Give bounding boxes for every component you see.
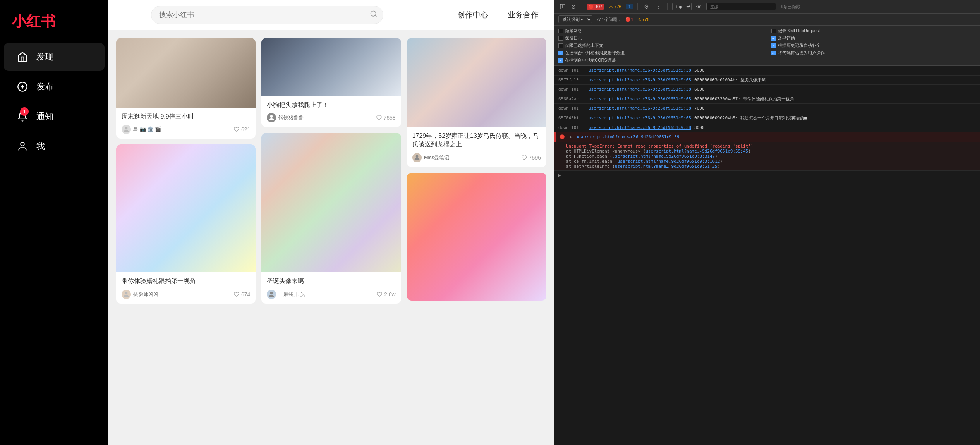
log-link[interactable]: userscript.html?name…c36-9d26df9651c9:38 bbox=[589, 124, 691, 131]
hide-network-checkbox[interactable] bbox=[558, 29, 563, 33]
record-xml-checkbox[interactable] bbox=[771, 29, 776, 33]
card-title: 带你体验婚礼跟拍第一视角 bbox=[122, 277, 250, 285]
card-title: 周末逛新天地 9.9停三小时 bbox=[122, 112, 250, 121]
card-author: 一麻袋开心。 bbox=[267, 290, 309, 299]
svg-point-6 bbox=[125, 292, 128, 294]
list-item[interactable]: 带你体验婚礼跟拍第一视角 摄影师凶凶 674 bbox=[116, 144, 256, 303]
card-likes: 674 bbox=[234, 291, 250, 297]
sidebar-item-me[interactable]: 我 bbox=[4, 132, 105, 160]
user-ops-label: 将代码评估视为用户操作 bbox=[778, 50, 825, 56]
me-label: 我 bbox=[36, 141, 45, 152]
avatar bbox=[412, 153, 422, 162]
business-collab-button[interactable]: 业务合作 bbox=[504, 8, 542, 22]
list-item[interactable]: 1729年，52岁雍正让13岁马氏侍寝。当晚，马氏被送到龙榻之上… Miss曼笔… bbox=[407, 38, 546, 167]
option-preserve-log: 保留日志 bbox=[558, 35, 764, 41]
card-footer: 钢铁猪鲁鲁 7658 bbox=[267, 113, 395, 122]
card-footer: 一麻袋开心。 2.6w bbox=[267, 290, 395, 299]
auto-complete-checkbox[interactable] bbox=[771, 43, 776, 48]
error-badge: 🔴 107 bbox=[587, 4, 604, 10]
list-item[interactable]: 小狗把头放我腿上了！ 钢铁猪鲁鲁 7658 bbox=[261, 38, 401, 127]
list-item[interactable]: 圣诞头像来噶 一麻袋开心。 2.6w bbox=[261, 133, 401, 303]
user-ops-checkbox[interactable] bbox=[771, 51, 776, 55]
option-early-eval: 及早评估 bbox=[771, 35, 977, 41]
filter-input[interactable] bbox=[706, 3, 776, 10]
header-actions: 创作中心 业务合作 bbox=[453, 8, 542, 22]
card-body: 小狗把头放我腿上了！ 钢铁猪鲁鲁 7658 bbox=[261, 96, 401, 127]
hidden-count: 9条已隐藏 bbox=[781, 4, 800, 10]
search-button[interactable] bbox=[370, 10, 378, 20]
like-count: 7596 bbox=[529, 155, 541, 161]
avatar bbox=[267, 290, 276, 299]
log-id: down!101 bbox=[558, 86, 585, 93]
preserve-log-checkbox[interactable] bbox=[558, 36, 563, 41]
expand-icon[interactable]: ▶ bbox=[570, 134, 572, 141]
log-link[interactable]: userscript.html?name…c36-9d26df9651c9:38 bbox=[589, 105, 691, 112]
log-link[interactable]: userscript.html?name…c36-9d26df9651c9:38 bbox=[589, 67, 691, 74]
log-text: 8000 bbox=[694, 124, 705, 131]
log-id: down!101 bbox=[558, 67, 585, 74]
gear-icon[interactable]: ⚙ bbox=[642, 2, 651, 11]
svg-point-4 bbox=[371, 11, 376, 16]
svg-point-3 bbox=[21, 143, 24, 146]
separator bbox=[637, 3, 638, 10]
log-link[interactable]: userscript.html?name…c36-9d26df9651c9:38 bbox=[589, 86, 691, 93]
card-likes: 2.6w bbox=[377, 291, 396, 297]
log-link[interactable]: userscript.html?name…c36-9d26df9651c9:65 bbox=[589, 115, 691, 122]
auto-complete-label: 根据历史记录自动补全 bbox=[778, 43, 820, 48]
stack-link-4[interactable]: userscript.html?name…-9d26df9651c9:51:25 bbox=[615, 164, 717, 169]
cors-error-checkbox[interactable] bbox=[558, 58, 563, 63]
log-entry: 6560a2ae userscript.html?name…c36-9d26df… bbox=[554, 94, 980, 104]
sidebar-navigation: 发现 发布 1 通知 bbox=[0, 43, 108, 160]
level-select[interactable]: 默认级别 ▾ bbox=[558, 15, 592, 23]
top-select[interactable]: top bbox=[672, 3, 692, 10]
sidebar-item-publish[interactable]: 发布 bbox=[4, 73, 105, 101]
card-likes: 7658 bbox=[376, 115, 396, 121]
group-similar-label: 在控制台中对相似消息进行分组 bbox=[565, 50, 625, 56]
like-count: 621 bbox=[241, 126, 250, 132]
card-image bbox=[407, 173, 546, 301]
devtools-circle-icon[interactable]: ⊘ bbox=[569, 2, 578, 11]
expand-icon[interactable]: ▶ bbox=[558, 172, 561, 179]
blue-badge: 1 bbox=[626, 4, 633, 9]
preserve-log-label: 保留日志 bbox=[565, 35, 582, 41]
sidebar-item-discover[interactable]: 发现 bbox=[4, 43, 105, 71]
notification-badge: 1 bbox=[20, 107, 29, 116]
more-icon[interactable]: ⋮ bbox=[654, 2, 662, 11]
selected-context-checkbox[interactable] bbox=[558, 43, 563, 48]
log-id: 657045bf bbox=[558, 115, 585, 122]
discover-label: 发现 bbox=[36, 51, 53, 63]
option-user-ops: 将代码评估视为用户操作 bbox=[771, 50, 977, 56]
stack-link-1[interactable]: userscript.html?name…-9d26df9651c9:59:45 bbox=[645, 149, 748, 154]
option-auto-complete: 根据历史记录自动补全 bbox=[771, 43, 977, 48]
log-link[interactable]: userscript.html?name…c36-9d26df9651c9:65 bbox=[589, 77, 691, 84]
stack-link-3[interactable]: userscript.html?name…9d26df9651c9:3:1612 bbox=[617, 159, 720, 164]
card-author: 摄影师凶凶 bbox=[122, 290, 158, 299]
log-id: down!101 bbox=[558, 124, 585, 131]
log-text: 00000000033004a57: 带你体验婚礼跟拍第一视角 bbox=[694, 96, 794, 103]
log-link[interactable]: userscript.html?name…c36-9d26df9651c9:65 bbox=[589, 96, 691, 103]
stack-link-2[interactable]: userscript.html?name…9d26df9651c9:3:3147 bbox=[612, 154, 715, 159]
log-entry: 657045bf userscript.html?name…c36-9d26df… bbox=[554, 113, 980, 123]
logo-text: 小红书 bbox=[12, 13, 56, 29]
card-body: 带你体验婚礼跟拍第一视角 摄影师凶凶 674 bbox=[116, 272, 256, 303]
author-name: 一麻袋开心。 bbox=[278, 291, 309, 298]
error-count: 107 bbox=[595, 4, 602, 9]
card-footer: 摄影师凶凶 674 bbox=[122, 290, 250, 299]
search-input[interactable] bbox=[151, 6, 383, 24]
list-item[interactable]: 周末逛新天地 9.9停三小时 星 📷 🏛️ 🎬 621 bbox=[116, 38, 256, 139]
error-icon: 🔴 bbox=[560, 134, 565, 141]
list-item[interactable] bbox=[407, 173, 546, 301]
option-record-xmlhttp: 记录 XMLHttpRequest bbox=[771, 28, 977, 34]
author-name: 钢铁猪鲁鲁 bbox=[278, 114, 304, 121]
error-link[interactable]: userscript.html?name…c36-9d26df9651c9:59 bbox=[577, 134, 680, 141]
creator-center-button[interactable]: 创作中心 bbox=[453, 8, 492, 22]
warning-badge: ⚠ 776 bbox=[607, 4, 623, 10]
log-id: 6573fa10 bbox=[558, 77, 585, 84]
eye-icon[interactable]: 👁 bbox=[695, 2, 703, 11]
early-eval-checkbox[interactable] bbox=[771, 36, 776, 41]
sidebar-item-notify[interactable]: 1 通知 bbox=[4, 103, 105, 131]
group-similar-checkbox[interactable] bbox=[558, 51, 563, 55]
devtools-inspect-icon[interactable] bbox=[558, 2, 567, 11]
masonry-grid: 周末逛新天地 9.9停三小时 星 📷 🏛️ 🎬 621 bbox=[116, 38, 546, 308]
author-name: 星 📷 🏛️ 🎬 bbox=[133, 126, 161, 133]
